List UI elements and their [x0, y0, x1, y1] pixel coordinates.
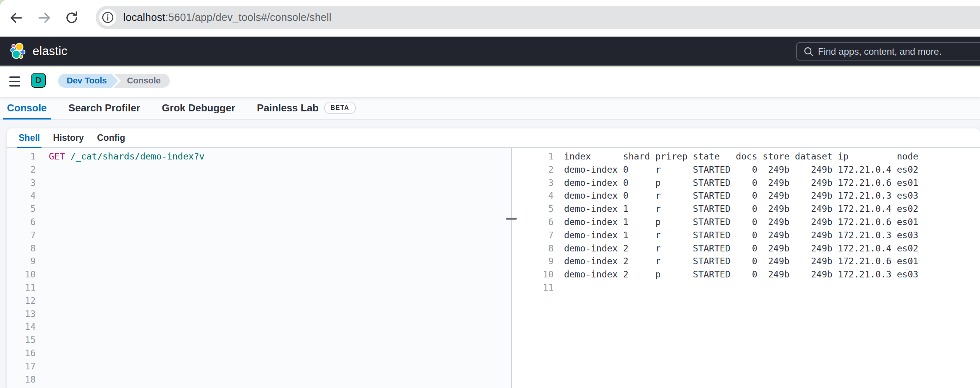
output-line-number: 6: [512, 216, 554, 229]
request-editor[interactable]: 1GET /_cat/shards/demo-index?v2345678910…: [7, 148, 511, 388]
output-data-row: demo-index 2 r STARTED 0 249b 249b 172.2…: [554, 255, 918, 268]
breadcrumb-bar: D Dev Tools Console: [0, 67, 980, 97]
editor-line-number: 11: [7, 281, 41, 294]
output-data-row: demo-index 1 p STARTED 0 249b 249b 172.2…: [554, 216, 918, 229]
output-line: 11: [512, 281, 980, 294]
request-line: GET /_cat/shards/demo-index?v: [41, 150, 205, 163]
elastic-header: elastic Find apps, content, and more.: [0, 37, 980, 66]
tab-console[interactable]: Console: [3, 97, 51, 119]
editor-line: 7: [7, 229, 511, 242]
editor-line: 2: [7, 163, 511, 177]
output-data-row: demo-index 0 r STARTED 0 249b 249b 172.2…: [554, 189, 918, 203]
tab-shell[interactable]: Shell: [16, 128, 43, 147]
browser-reload-button[interactable]: [63, 9, 80, 26]
editor-line-number: 6: [7, 216, 41, 229]
output-line-number: 2: [512, 163, 554, 177]
response-output: 1index shard prirep state docs store dat…: [512, 148, 980, 388]
editor-line-number: 18: [7, 373, 41, 386]
app-badge-dev-tools[interactable]: D: [31, 73, 46, 88]
editor-line: 11: [7, 281, 511, 294]
search-icon: [803, 46, 814, 57]
editor-line: 16: [7, 347, 511, 360]
output-line-number: 1: [512, 150, 554, 163]
tab-history[interactable]: History: [50, 128, 87, 147]
menu-button[interactable]: [9, 76, 20, 87]
output-data-row: demo-index 2 p STARTED 0 249b 249b 172.2…: [554, 268, 918, 281]
editor-line-number: 13: [7, 308, 41, 321]
output-line-number: 8: [512, 242, 554, 255]
output-line: 6demo-index 1 p STARTED 0 249b 249b 172.…: [512, 216, 980, 229]
brand-title: elastic: [33, 44, 67, 58]
editor-line: 19: [7, 386, 511, 388]
editor-line: 15: [7, 334, 511, 347]
back-arrow-icon: [9, 11, 23, 25]
output-line: 1index shard prirep state docs store dat…: [512, 150, 980, 163]
breadcrumb-console: Console: [114, 74, 170, 88]
output-line: 9demo-index 2 r STARTED 0 249b 249b 172.…: [512, 255, 980, 268]
tab-config[interactable]: Config: [94, 128, 128, 147]
editor-line: 3: [7, 177, 511, 190]
forward-arrow-icon: [37, 11, 51, 25]
editor-line[interactable]: 1GET /_cat/shards/demo-index?v: [7, 150, 511, 163]
editor-line-number: 5: [7, 203, 41, 216]
breadcrumb: Dev Tools Console: [58, 74, 170, 88]
console-card: Shell History Config 1GET /_cat/shards/d…: [7, 128, 980, 388]
output-line-number: 10: [512, 268, 554, 281]
browser-back-button[interactable]: [8, 9, 25, 26]
output-data-row: demo-index 0 p STARTED 0 249b 249b 172.2…: [554, 177, 918, 190]
editor-line: 4: [7, 189, 511, 203]
output-line-number: 9: [512, 255, 554, 268]
url-host: localhost: [123, 12, 165, 23]
output-line-number: 4: [512, 189, 554, 203]
editor-line: 12: [7, 294, 511, 308]
editor-line: 9: [7, 255, 511, 268]
tab-grok-debugger[interactable]: Grok Debugger: [158, 97, 239, 119]
url-bar[interactable]: localhost:5601/app/dev_tools#/console/sh…: [96, 6, 980, 29]
browser-chrome: localhost:5601/app/dev_tools#/console/sh…: [0, 0, 980, 37]
output-line: 4demo-index 0 r STARTED 0 249b 249b 172.…: [512, 189, 980, 203]
info-icon: [102, 11, 114, 24]
editor-line: 5: [7, 203, 511, 216]
output-data-row: demo-index 1 r STARTED 0 249b 249b 172.2…: [554, 203, 918, 216]
editor-line-number: 3: [7, 177, 41, 190]
editor-line-number: 7: [7, 229, 41, 242]
editor-line: 6: [7, 216, 511, 229]
browser-forward-button[interactable]: [36, 9, 53, 26]
url-path: :5601/app/dev_tools#/console/shell: [165, 12, 331, 23]
global-search-input[interactable]: Find apps, content, and more.: [796, 42, 980, 61]
output-data-row: demo-index 2 r STARTED 0 249b 249b 172.2…: [554, 242, 918, 255]
output-line-number: 11: [512, 281, 554, 294]
editor-line: 17: [7, 360, 511, 373]
site-info-button[interactable]: [99, 9, 116, 26]
tab-painless-lab[interactable]: Painless Lab BETA: [253, 97, 360, 119]
request-method: GET: [49, 151, 65, 161]
split-divider: [511, 148, 512, 388]
editor-line-number: 17: [7, 360, 41, 373]
resize-handle[interactable]: [506, 218, 517, 220]
output-line-number: 3: [512, 177, 554, 190]
app-body: Shell History Config 1GET /_cat/shards/d…: [0, 120, 980, 388]
search-placeholder: Find apps, content, and more.: [818, 46, 942, 57]
tab-painless-lab-label: Painless Lab: [257, 102, 319, 114]
editor-line: 14: [7, 320, 511, 334]
output-header-row: index shard prirep state docs store data…: [554, 150, 918, 163]
editor-line-number: 19: [7, 386, 41, 388]
output-line: 10demo-index 2 p STARTED 0 249b 249b 172…: [512, 268, 980, 281]
editor-line-number: 10: [7, 268, 41, 281]
output-data-row: demo-index 0 r STARTED 0 249b 249b 172.2…: [554, 163, 918, 177]
output-line: 2demo-index 0 r STARTED 0 249b 249b 172.…: [512, 163, 980, 177]
editor-line: 13: [7, 308, 511, 321]
tab-search-profiler[interactable]: Search Profiler: [65, 97, 144, 119]
editor-line: 18: [7, 373, 511, 386]
editor-line-number: 2: [7, 163, 41, 177]
console-editor-split: 1GET /_cat/shards/demo-index?v2345678910…: [7, 148, 980, 388]
breadcrumb-dev-tools[interactable]: Dev Tools: [58, 74, 119, 88]
editor-line-number: 9: [7, 255, 41, 268]
editor-line-number: 4: [7, 189, 41, 203]
reload-icon: [64, 10, 79, 25]
elastic-logo-icon: [10, 43, 27, 60]
request-path: /_cat/shards/demo-index?v: [65, 151, 205, 161]
output-data-row: [554, 281, 564, 294]
output-line: 5demo-index 1 r STARTED 0 249b 249b 172.…: [512, 203, 980, 216]
editor-line-number: 14: [7, 320, 41, 334]
